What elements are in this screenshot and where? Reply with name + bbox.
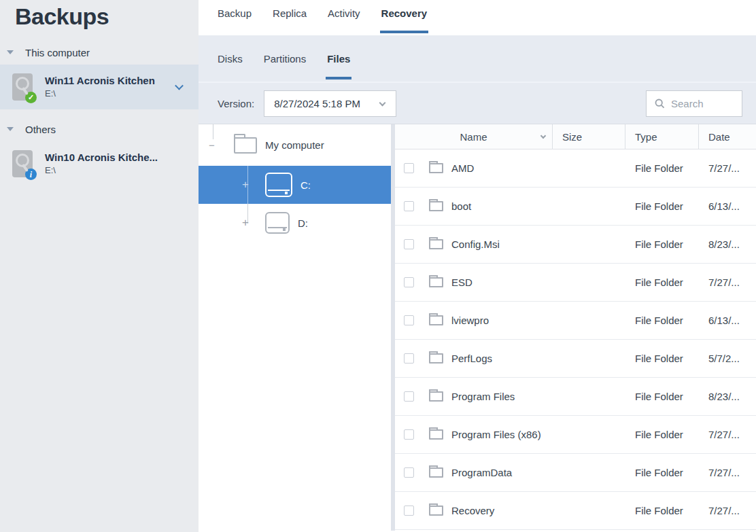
folder-icon bbox=[429, 277, 443, 287]
cell-date: 8/23/... bbox=[699, 238, 756, 250]
table-row[interactable]: lviewproFile Folder6/13/... bbox=[395, 302, 756, 340]
backup-item-text: Win11 Acronis KitchenE:\ bbox=[45, 74, 155, 100]
tree-node-d[interactable]: +D: bbox=[199, 204, 391, 242]
row-checkbox[interactable] bbox=[404, 239, 414, 249]
file-table: Name Size Type Date AMDFile Folder7/27/.… bbox=[395, 124, 756, 531]
folder-icon bbox=[429, 315, 443, 325]
folder-icon bbox=[429, 239, 443, 249]
table-row[interactable]: Config.MsiFile Folder8/23/... bbox=[395, 226, 756, 264]
version-value: 8/27/2024 5:18 PM bbox=[274, 98, 360, 109]
table-row[interactable]: ProgramDataFile Folder7/27/... bbox=[395, 454, 756, 492]
cell-date: 6/13/... bbox=[699, 315, 756, 326]
table-header: Name Size Type Date bbox=[395, 124, 756, 149]
workspace: − My computer +C:+D: Name Size bbox=[199, 124, 756, 531]
app-window: Backups This computer✓Win11 Acronis Kitc… bbox=[0, 0, 756, 532]
row-checkbox[interactable] bbox=[404, 315, 414, 325]
cell-name: lviewpro bbox=[395, 315, 553, 326]
column-header-size[interactable]: Size bbox=[553, 124, 625, 149]
sidebar-section-others: OthersiWin10 Acronis Kitche...E:\ bbox=[0, 119, 199, 186]
subtab-files[interactable]: Files bbox=[327, 35, 350, 82]
backup-drive-icon: ✓ bbox=[12, 73, 33, 101]
row-checkbox[interactable] bbox=[404, 506, 414, 516]
sidebar-section-header-this-computer[interactable]: This computer bbox=[0, 42, 199, 63]
tree-node-my-computer[interactable]: − My computer bbox=[199, 124, 391, 166]
sort-chevron-icon[interactable] bbox=[540, 133, 546, 139]
type-value: File Folder bbox=[635, 315, 683, 326]
subtab-label: Partitions bbox=[264, 53, 307, 65]
table-row[interactable]: AMDFile Folder7/27/... bbox=[395, 149, 756, 188]
table-row[interactable]: Program Files (x86)File Folder7/27/... bbox=[395, 416, 756, 454]
date-value: 5/7/2... bbox=[708, 353, 740, 364]
expand-plus-icon[interactable]: + bbox=[242, 217, 249, 228]
cell-type: File Folder bbox=[625, 505, 699, 516]
backup-name: Win10 Acronis Kitche... bbox=[45, 151, 158, 164]
search-input[interactable] bbox=[671, 98, 736, 109]
row-checkbox[interactable] bbox=[404, 467, 414, 478]
drive-icon bbox=[265, 173, 292, 197]
table-row[interactable]: bootFile Folder6/13/... bbox=[395, 188, 756, 226]
status-ok-icon: ✓ bbox=[25, 92, 37, 103]
sidebar-item-win11-acronis-kitchen[interactable]: ✓Win11 Acronis KitchenE:\ bbox=[0, 65, 199, 109]
row-checkbox[interactable] bbox=[404, 277, 414, 287]
column-label: Size bbox=[562, 131, 582, 143]
folder-icon bbox=[429, 429, 443, 440]
sidebar-section-header-others[interactable]: Others bbox=[0, 119, 199, 139]
cell-type: File Folder bbox=[625, 391, 699, 402]
chevron-down-icon[interactable] bbox=[175, 82, 184, 90]
sidebar-section-this-computer: This computer✓Win11 Acronis KitchenE:\ bbox=[0, 42, 199, 109]
search-box[interactable] bbox=[646, 90, 742, 117]
cell-date: 7/27/... bbox=[699, 505, 756, 516]
folder-icon bbox=[429, 353, 443, 363]
table-row[interactable]: Program FilesFile Folder8/23/... bbox=[395, 378, 756, 416]
type-value: File Folder bbox=[635, 162, 683, 174]
tab-replica[interactable]: Replica bbox=[273, 0, 307, 35]
cell-name: Program Files bbox=[395, 391, 553, 402]
tab-backup[interactable]: Backup bbox=[218, 0, 252, 35]
row-checkbox[interactable] bbox=[404, 391, 414, 402]
folder-icon bbox=[429, 201, 443, 211]
type-value: File Folder bbox=[635, 238, 683, 250]
cell-type: File Folder bbox=[625, 238, 699, 250]
subtab-disks[interactable]: Disks bbox=[218, 35, 243, 82]
tree-node-c[interactable]: +C: bbox=[199, 166, 391, 204]
file-name: AMD bbox=[451, 162, 474, 174]
row-checkbox[interactable] bbox=[404, 163, 414, 173]
type-value: File Folder bbox=[635, 353, 683, 364]
column-label: Date bbox=[708, 131, 730, 143]
column-header-name[interactable]: Name bbox=[395, 124, 553, 149]
tree-node-label: My computer bbox=[265, 139, 324, 151]
cell-date: 7/27/... bbox=[699, 429, 756, 440]
column-header-type[interactable]: Type bbox=[625, 124, 699, 149]
chevron-down-icon bbox=[379, 99, 386, 106]
cell-name: Recovery bbox=[395, 505, 553, 516]
table-row[interactable]: RecoveryFile Folder7/27/... bbox=[395, 492, 756, 530]
expand-plus-icon[interactable]: + bbox=[242, 179, 249, 190]
tab-label: Activity bbox=[328, 7, 360, 19]
backup-name: Win11 Acronis Kitchen bbox=[45, 74, 155, 88]
row-checkbox[interactable] bbox=[404, 429, 414, 440]
cell-type: File Folder bbox=[625, 467, 699, 478]
row-checkbox[interactable] bbox=[404, 353, 414, 363]
table-row[interactable]: PerfLogsFile Folder5/7/2... bbox=[395, 340, 756, 378]
version-dropdown[interactable]: 8/27/2024 5:18 PM bbox=[264, 90, 396, 117]
file-name: ProgramData bbox=[451, 467, 512, 478]
collapse-minus-icon[interactable]: − bbox=[209, 140, 215, 150]
folder-icon bbox=[429, 506, 443, 516]
cell-name: Config.Msi bbox=[395, 238, 553, 250]
type-value: File Folder bbox=[635, 505, 683, 516]
type-value: File Folder bbox=[635, 467, 683, 478]
sidebar-title: Backups bbox=[0, 0, 199, 33]
column-label: Type bbox=[635, 131, 657, 143]
file-name: PerfLogs bbox=[451, 353, 492, 364]
sidebar-section-label: This computer bbox=[25, 47, 90, 58]
column-header-date[interactable]: Date bbox=[699, 124, 756, 149]
sidebar-item-win10-acronis-kitche[interactable]: iWin10 Acronis Kitche...E:\ bbox=[0, 141, 199, 186]
subtab-partitions[interactable]: Partitions bbox=[264, 35, 307, 82]
tab-recovery[interactable]: Recovery bbox=[381, 0, 428, 35]
table-row[interactable]: ESDFile Folder7/27/... bbox=[395, 264, 756, 302]
cell-type: File Folder bbox=[625, 162, 699, 174]
status-info-icon: i bbox=[25, 169, 37, 180]
type-value: File Folder bbox=[635, 277, 683, 288]
row-checkbox[interactable] bbox=[404, 201, 414, 211]
tab-activity[interactable]: Activity bbox=[328, 0, 360, 35]
